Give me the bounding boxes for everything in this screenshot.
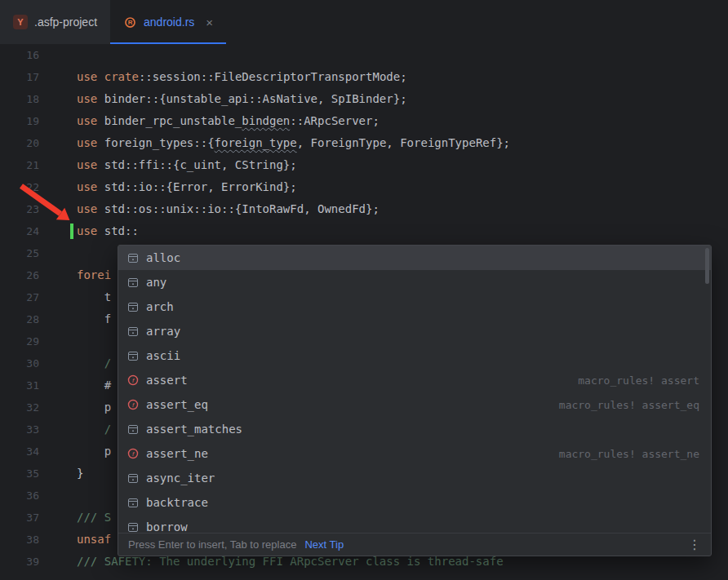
completion-item-assert[interactable]: fassertmacro_rules! assert — [118, 368, 711, 392]
code-line-19[interactable]: 19use binder_rpc_unstable_bindgen::ARpcS… — [0, 110, 728, 132]
completion-item-assert_eq[interactable]: fassert_eqmacro_rules! assert_eq — [118, 392, 711, 417]
code-token: , ForeignType, ForeignTypeRef}; — [297, 136, 510, 149]
code-line-23[interactable]: 23use std::os::unix::io::{IntoRawFd, Own… — [0, 198, 728, 220]
completion-item-alloc[interactable]: alloc — [118, 246, 711, 270]
module-icon — [127, 251, 140, 264]
code-token: use — [77, 136, 104, 149]
completion-item-async_iter[interactable]: async_iter — [118, 466, 711, 490]
code-line-content: t — [77, 286, 111, 308]
code-token: /// S — [77, 511, 111, 524]
completion-item-meta: macro_rules! assert_eq — [559, 399, 699, 411]
code-line-content: use binder::{unstable_api::AsNative, SpI… — [77, 88, 407, 110]
module-icon — [127, 423, 140, 436]
completion-item-meta: macro_rules! assert — [578, 374, 699, 387]
completion-item-assert_ne[interactable]: fassert_nemacro_rules! assert_ne — [118, 441, 711, 466]
code-token: std::ffi::{c_uint, CString}; — [104, 158, 297, 171]
completion-item-label: ascii — [146, 349, 180, 362]
code-token: } — [77, 467, 83, 480]
tab-android-rs[interactable]: R android.rs × — [110, 0, 226, 44]
module-icon — [127, 496, 140, 509]
code-line-24[interactable]: 24use std:: — [0, 220, 728, 242]
code-token: ::ARpcServer; — [290, 114, 380, 127]
code-line-18[interactable]: 18use binder::{unstable_api::AsNative, S… — [0, 88, 728, 110]
code-line-content: use foreign_types::{foreign_type, Foreig… — [77, 132, 510, 154]
code-token: forei — [77, 268, 111, 281]
module-icon — [127, 276, 140, 289]
module-icon — [127, 472, 140, 485]
code-line-content: / — [77, 418, 111, 441]
completion-item-ascii[interactable]: ascii — [118, 343, 711, 368]
code-line-content: use std::ffi::{c_uint, CString}; — [77, 154, 297, 176]
code-line-21[interactable]: 21use std::ffi::{c_uint, CString}; — [0, 154, 728, 176]
tab-label-asfp-project: .asfp-project — [34, 15, 97, 29]
scrollbar-thumb[interactable] — [705, 248, 709, 284]
line-number: 18 — [0, 88, 39, 110]
line-number: 33 — [0, 418, 39, 441]
code-token: bindgen — [242, 114, 290, 127]
code-token: ::session::FileDescriptorTransportMode; — [139, 70, 407, 83]
code-line-content: use std:: — [77, 220, 139, 242]
close-icon[interactable]: × — [206, 16, 213, 29]
line-number: 30 — [0, 352, 39, 374]
macro-icon: f — [127, 447, 140, 460]
tab-label-android-rs: android.rs — [144, 15, 194, 29]
completion-item-array[interactable]: array — [118, 319, 711, 343]
tab-asfp-project[interactable]: Y .asfp-project — [0, 0, 110, 44]
completion-item-arch[interactable]: arch — [118, 294, 711, 319]
code-token: / — [77, 356, 111, 370]
completion-item-assert_matches[interactable]: assert_matches — [118, 417, 711, 441]
code-line-17[interactable]: 17use crate::session::FileDescriptorTran… — [0, 66, 728, 88]
line-number: 37 — [0, 507, 39, 529]
next-tip-link[interactable]: Next Tip — [304, 538, 344, 551]
line-number: 29 — [0, 330, 39, 352]
code-line-content: use crate::session::FileDescriptorTransp… — [77, 66, 407, 88]
code-token: use — [77, 158, 104, 171]
line-number: 28 — [0, 308, 39, 330]
line-number: 19 — [0, 110, 39, 132]
footer-hint: Press Enter to insert, Tab to replace — [128, 538, 296, 551]
code-line-content: forei — [77, 264, 111, 286]
code-token: use — [77, 202, 104, 215]
code-line-content: f — [77, 308, 111, 330]
code-line-16[interactable]: 16 — [0, 44, 728, 66]
completion-item-borrow[interactable]: borrow — [118, 515, 711, 533]
code-token: use — [77, 114, 104, 127]
completion-item-label: assert_ne — [146, 447, 208, 460]
completion-item-label: array — [146, 325, 180, 338]
code-token: use — [77, 92, 104, 105]
completion-item-meta: macro_rules! assert_ne — [559, 448, 699, 460]
line-number: 16 — [0, 44, 39, 66]
code-line-content: p — [77, 396, 111, 418]
kebab-menu-icon[interactable]: ⋮ — [688, 538, 701, 551]
code-line-content: unsaf — [77, 529, 111, 551]
code-token: f — [77, 312, 111, 325]
code-token: use — [77, 224, 104, 237]
line-number: 36 — [0, 485, 39, 507]
completion-item-label: borrow — [146, 520, 188, 533]
completion-item-label: assert — [146, 374, 188, 387]
completion-popup: allocanyarcharrayasciifassertmacro_rules… — [118, 245, 712, 556]
completion-item-any[interactable]: any — [118, 270, 711, 294]
completion-item-label: async_iter — [146, 472, 215, 485]
line-number: 34 — [0, 441, 39, 463]
code-token: # — [77, 379, 111, 392]
code-line-content: / — [77, 352, 111, 374]
module-icon — [127, 520, 140, 533]
macro-icon: f — [127, 374, 140, 387]
line-number: 20 — [0, 132, 39, 154]
code-token: use — [77, 70, 104, 83]
completion-item-backtrace[interactable]: backtrace — [118, 490, 711, 515]
code-token: std:: — [104, 224, 139, 237]
code-token: unsaf — [77, 533, 111, 546]
completion-item-label: backtrace — [146, 496, 208, 509]
ide-window: Y .asfp-project R android.rs × 1617use c… — [0, 0, 728, 580]
line-number: 27 — [0, 286, 39, 308]
code-line-22[interactable]: 22use std::io::{Error, ErrorKind}; — [0, 176, 728, 198]
svg-text:R: R — [128, 19, 133, 26]
code-line-20[interactable]: 20use foreign_types::{foreign_type, Fore… — [0, 132, 728, 154]
line-number: 35 — [0, 463, 39, 485]
code-token: std::io::{Error, ErrorKind}; — [104, 180, 297, 193]
line-number: 38 — [0, 529, 39, 551]
code-line-content: /// S — [77, 507, 111, 529]
code-token: p — [77, 401, 111, 414]
